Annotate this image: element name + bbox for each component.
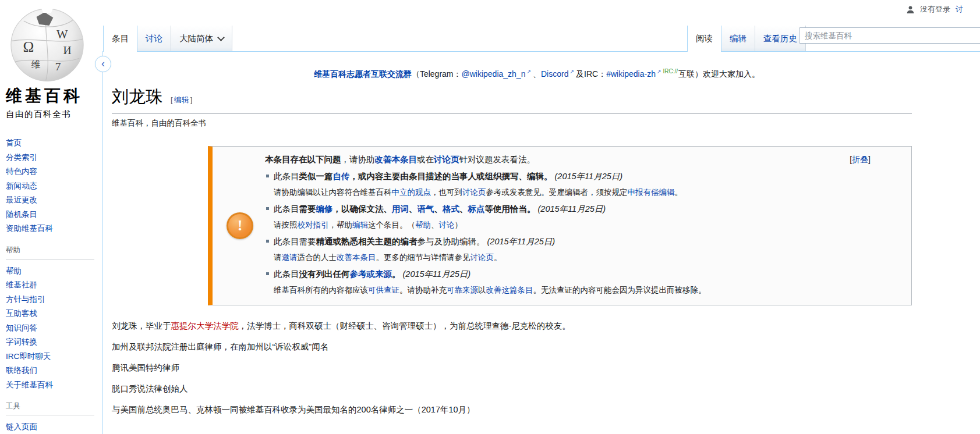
inline-link[interactable]: 改善本条目 <box>375 155 418 164</box>
page-title: 刘龙珠 <box>112 87 162 106</box>
inline-link[interactable]: 参考或来源 <box>350 269 392 279</box>
sidebar-collapse-button[interactable]: ‹ <box>95 56 111 72</box>
inline-link[interactable]: 讨论页 <box>434 155 459 164</box>
issues-list: 此条目类似一篇自传，或内容主要由条目描述的当事人或组织撰写、编辑。 (2015年… <box>265 168 903 298</box>
svg-text:W: W <box>56 28 68 41</box>
site-wordmark: 维基百科 <box>6 85 102 107</box>
text-segment: ，帮助 <box>329 220 353 229</box>
sidebar-item-help[interactable]: 帮助 <box>6 264 102 279</box>
text-segment: ，以确保文法、 <box>333 204 392 214</box>
inline-link[interactable]: 邀请 <box>282 253 298 262</box>
inline-link[interactable]: 格式 <box>443 204 459 214</box>
inline-link[interactable]: 改善这篇条目 <box>486 286 533 294</box>
text-segment: 刘龙珠，毕业于 <box>112 321 171 330</box>
nav-header-help: 帮助 <box>6 246 94 259</box>
text-segment: 此条目 <box>274 204 299 214</box>
text-segment: 此条目需要 <box>274 237 316 246</box>
chevron-down-icon <box>217 34 225 41</box>
inline-link[interactable]: 讨论 <box>439 220 455 229</box>
inline-link[interactable]: 中立的观点 <box>392 188 431 197</box>
sidebar-item-news[interactable]: 新闻动态 <box>6 179 102 194</box>
text-segment: 没有列出任何 <box>299 269 350 279</box>
text-segment: 本条目存在以下问题 <box>265 155 341 164</box>
nav-section-help: 帮助 维基社群 方针与指引 互助客栈 知识问答 字词转换 IRC即时聊天 联络我… <box>6 264 102 393</box>
text-segment: (2015年11月25日) <box>401 269 471 279</box>
text-segment: 这个条目。（ <box>368 220 415 229</box>
issue-item-unreferenced: 此条目没有列出任何参考或来源。 (2015年11月25日) 维基百科所有的内容都… <box>265 266 903 298</box>
inline-link[interactable]: 可供查证 <box>368 286 399 294</box>
tab-view-history[interactable]: 查看历史 <box>755 26 806 51</box>
text-segment: 。请协助补充 <box>399 286 447 294</box>
inline-link[interactable]: 标点 <box>468 204 485 214</box>
inline-link[interactable]: 编修 <box>316 204 333 214</box>
article-paragraph: 腾讯美国特约律师 <box>112 362 912 374</box>
personal-talk-link[interactable]: 讨 <box>956 4 963 15</box>
tab-article[interactable]: 条目 <box>103 26 137 52</box>
sidebar-item-recent-changes[interactable]: 最近更改 <box>6 193 102 208</box>
nav-header-tools: 工具 <box>6 401 94 415</box>
inline-link[interactable]: 可靠来源 <box>447 286 478 294</box>
inline-link[interactable]: 校对指引 <box>298 220 329 229</box>
search-input[interactable] <box>799 27 980 44</box>
view-tabs: 阅读 编辑 查看历史 <box>687 26 806 51</box>
sidebar-item-village-pump[interactable]: 互助客栈 <box>6 307 102 321</box>
wikipedia-globe-icon: Ω W И 维 7 <box>7 3 87 84</box>
sidebar-item-community[interactable]: 维基社群 <box>6 278 102 293</box>
sidebar-item-reference-desk[interactable]: 知识问答 <box>6 321 102 336</box>
sidebar-item-mainpage[interactable]: 首页 <box>6 136 102 151</box>
tab-edit[interactable]: 编辑 <box>721 26 755 51</box>
tab-read[interactable]: 阅读 <box>687 26 721 52</box>
text-segment: 。更多的细节与详情请参见 <box>376 253 470 262</box>
text-segment: (2015年11月25日) <box>536 204 606 214</box>
inline-link[interactable]: 改善本条目 <box>337 253 376 262</box>
text-segment: 及IRC： <box>576 69 606 79</box>
tab-label: 阅读 <box>696 33 713 44</box>
tab-variant-selector[interactable]: 大陆简体 <box>171 26 232 51</box>
inline-link[interactable]: 帮助 <box>415 220 431 229</box>
user-icon <box>906 5 915 14</box>
tab-label: 查看历史 <box>763 33 797 44</box>
sidebar-item-contact[interactable]: 联络我们 <box>6 364 102 378</box>
sidebar-item-about[interactable]: 关于维基百科 <box>6 378 102 393</box>
irc-channel-link[interactable]: #wikipedia-zh <box>606 69 656 79</box>
site-tagline: 维基百科，自由的百科全书 <box>112 118 912 129</box>
collapse-toggle[interactable]: [折叠] <box>850 152 871 167</box>
text-segment: ） <box>455 220 463 229</box>
edit-link[interactable]: 编辑 <box>173 95 190 104</box>
article-body: 刘龙珠，毕业于惠提尔大学法学院，法学博士，商科双硕士（财经硕士、咨询管理硕士），… <box>112 320 912 416</box>
wikipedia-logo[interactable]: Ω W И 维 7 维基百科 自由的百科全书 <box>6 3 102 120</box>
wikipedia-article-page: 没有登录 讨 Ω W <box>0 0 980 434</box>
inline-link[interactable]: 讨论页 <box>462 188 486 197</box>
text-segment: 维基百科所有的内容都应该 <box>274 286 368 294</box>
whittier-law-school-redlink[interactable]: 惠提尔大学法学院 <box>171 321 239 330</box>
sidebar-item-category-index[interactable]: 分类索引 <box>6 151 102 165</box>
sidebar-item-irc-chat[interactable]: IRC即时聊天 <box>6 350 102 364</box>
sidebar-item-random[interactable]: 随机条目 <box>6 208 102 222</box>
text-segment: 此条目 <box>274 269 299 279</box>
external-link-icon: ↗ <box>526 69 531 74</box>
sidebar-item-what-links-here[interactable]: 链入页面 <box>6 420 102 434</box>
personal-bar: 没有登录 讨 <box>906 4 963 15</box>
issues-message-box: ! 本条目存在以下问题，请协助改善本条目或在讨论页针对议题发表看法。 [折叠] … <box>208 146 912 305</box>
svg-text:7: 7 <box>55 61 61 73</box>
inline-link[interactable]: 申报有偿编辑 <box>628 188 675 197</box>
inline-link[interactable]: 讨论页 <box>470 253 494 262</box>
sidebar-item-word-conversion[interactable]: 字词转换 <box>6 335 102 350</box>
text-segment: 腾讯美国特约律师 <box>112 363 179 372</box>
inline-link[interactable]: 语气 <box>418 204 434 214</box>
text-segment: ，请协助 <box>341 155 375 164</box>
sidebar-item-donate[interactable]: 资助维基百科 <box>6 222 102 236</box>
collapse-link[interactable]: 折叠 <box>852 155 868 164</box>
site-slogan: 自由的百科全书 <box>6 109 102 120</box>
volunteer-group-link[interactable]: 维基百科志愿者互联交流群 <box>314 69 412 79</box>
inline-link[interactable]: 自传 <box>333 172 350 181</box>
inline-link[interactable]: 编辑 <box>352 220 368 229</box>
telegram-link[interactable]: @wikipedia_zh_n <box>462 69 526 79</box>
text-segment: 互联 <box>678 69 695 79</box>
discord-link[interactable]: Discord <box>541 69 568 79</box>
sidebar-item-featured[interactable]: 特色内容 <box>6 165 102 179</box>
tab-talk[interactable]: 讨论 <box>137 26 171 51</box>
inline-link[interactable]: 用词 <box>392 204 409 214</box>
namespace-tabs: 条目 讨论 大陆简体 <box>103 26 232 51</box>
sidebar-item-policies[interactable]: 方针与指引 <box>6 293 102 307</box>
